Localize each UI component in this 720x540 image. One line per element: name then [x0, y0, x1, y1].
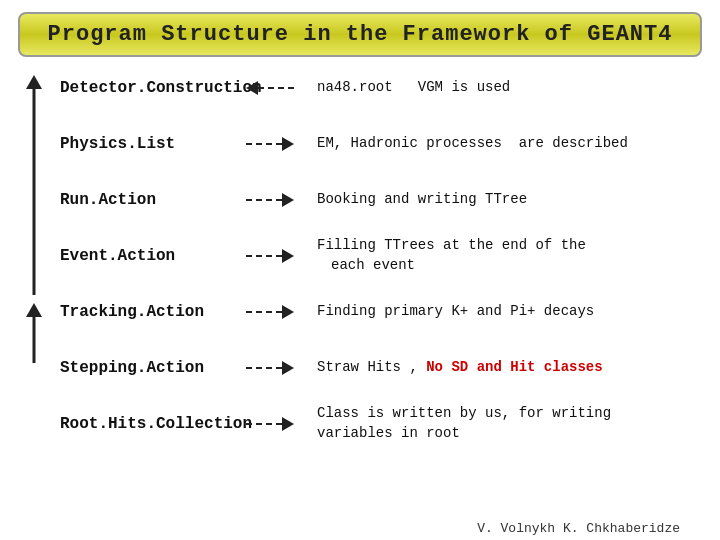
- arrow-event-action: [235, 249, 305, 263]
- arrow-run-action: [235, 193, 305, 207]
- label-stepping-action: Stepping.Action: [60, 359, 235, 377]
- highlight-no-sd: No SD and Hit classes: [426, 359, 602, 375]
- arrow-right-icon: [246, 305, 294, 319]
- row-event-action: Event.Action Filling TTrees at the end o…: [60, 235, 702, 277]
- arrow-right-icon: [246, 417, 294, 431]
- arrow-stepping-action: [235, 361, 305, 375]
- arrow-root-hits-collection: [235, 417, 305, 431]
- page: Program Structure in the Framework of GE…: [0, 12, 720, 540]
- row-tracking-action: Tracking.Action Finding primary K+ and P…: [60, 291, 702, 333]
- desc-root-hits-collection: Class is written by us, for writingvaria…: [305, 404, 702, 443]
- vertical-arrow-top: [31, 75, 37, 295]
- label-physics-list: Physics.List: [60, 135, 235, 153]
- footer-text: V. Volnykh K. Chkhaberidze: [477, 521, 680, 536]
- arrow-right-icon: [246, 193, 294, 207]
- footer: V. Volnykh K. Chkhaberidze: [477, 521, 680, 536]
- desc-stepping-action: Straw Hits , No SD and Hit classes: [305, 358, 702, 378]
- label-detector-construction: Detector.Construction: [60, 79, 235, 97]
- page-title: Program Structure in the Framework of GE…: [40, 22, 680, 47]
- title-bar: Program Structure in the Framework of GE…: [18, 12, 702, 57]
- arrow-right-icon: [246, 137, 294, 151]
- label-root-hits-collection: Root.Hits.Collection: [60, 415, 235, 433]
- row-physics-list: Physics.List EM, Hadronic processes are …: [60, 123, 702, 165]
- row-run-action: Run.Action Booking and writing TTree: [60, 179, 702, 221]
- label-tracking-action: Tracking.Action: [60, 303, 235, 321]
- row-detector-construction: Detector.Construction na48.root VGM is u…: [60, 67, 702, 109]
- desc-event-action: Filling TTrees at the end of theeach eve…: [305, 236, 702, 275]
- arrow-right-icon: [246, 249, 294, 263]
- row-stepping-action: Stepping.Action Straw Hits , No SD and H…: [60, 347, 702, 389]
- row-root-hits-collection: Root.Hits.Collection Class is written by…: [60, 403, 702, 445]
- arrow-right-icon: [246, 361, 294, 375]
- left-arrows-column: [18, 75, 50, 459]
- main-content: Detector.Construction na48.root VGM is u…: [18, 67, 702, 459]
- rows-container: Detector.Construction na48.root VGM is u…: [60, 67, 702, 459]
- label-event-action: Event.Action: [60, 247, 235, 265]
- desc-run-action: Booking and writing TTree: [305, 190, 702, 210]
- desc-physics-list: EM, Hadronic processes are described: [305, 134, 702, 154]
- vertical-arrow-bottom: [31, 303, 37, 363]
- arrow-tracking-action: [235, 305, 305, 319]
- desc-detector-construction: na48.root VGM is used: [305, 78, 702, 98]
- label-run-action: Run.Action: [60, 191, 235, 209]
- desc-tracking-action: Finding primary K+ and Pi+ decays: [305, 302, 702, 322]
- arrow-physics-list: [235, 137, 305, 151]
- arrow-left-icon: [246, 81, 294, 95]
- arrow-detector-construction: [235, 81, 305, 95]
